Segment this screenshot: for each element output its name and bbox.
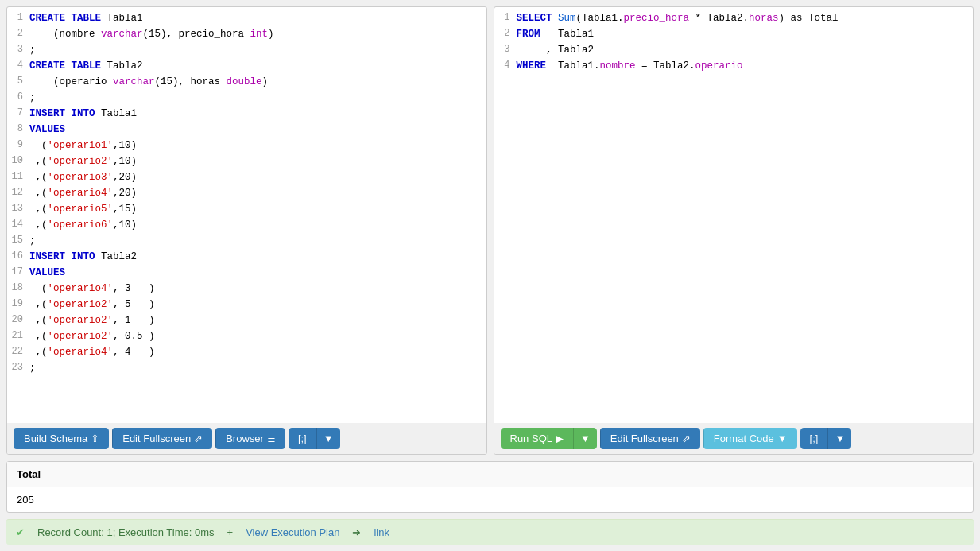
table-row: 13 ,('operario5',15)	[7, 201, 486, 217]
run-sql-button[interactable]: Run SQL ▶	[501, 428, 573, 449]
table-row: 17VALUES	[7, 265, 486, 281]
line-content: ,('operario6',10)	[29, 217, 486, 233]
table-row: 10 ,('operario2',10)	[7, 153, 486, 169]
line-content: , Tabla2	[517, 42, 974, 58]
table-row: 2FROM Tabla1	[494, 26, 974, 42]
line-number: 6	[7, 90, 29, 106]
line-number: 16	[7, 249, 29, 265]
line-number: 10	[7, 153, 29, 169]
table-row: 16INSERT INTO Tabla2	[7, 249, 486, 265]
line-content: ;	[29, 42, 486, 58]
upload-icon: ⇧	[91, 433, 99, 444]
line-content: ;	[29, 360, 486, 376]
line-number: 11	[7, 169, 29, 185]
link-link[interactable]: link	[374, 526, 389, 538]
record-count-text: Record Count: 1; Execution Time: 0ms	[37, 526, 215, 538]
line-content: INSERT INTO Tabla1	[29, 106, 486, 122]
table-row: 14 ,('operario6',10)	[7, 217, 486, 233]
semicolon-left-label: [;]	[298, 433, 307, 444]
table-row: 21 ,('operario2', 0.5 )	[7, 328, 486, 344]
line-content: ('operario1',10)	[29, 138, 486, 153]
line-content: ,('operario4',20)	[29, 185, 486, 201]
left-code-area[interactable]: 1CREATE TABLE Tabla12 (nombre varchar(15…	[7, 7, 486, 423]
right-toolbar: Run SQL ▶ ▼ Edit Fullscreen ⇗ Format Cod…	[494, 423, 974, 454]
line-number: 9	[7, 138, 29, 153]
table-row: 1SELECT Sum(Tabla1.precio_hora * Tabla2.…	[494, 10, 974, 26]
line-content: (operario varchar(15), horas double)	[29, 74, 486, 90]
line-content: ,('operario2', 0.5 )	[29, 328, 486, 344]
line-content: WHERE Tabla1.nombre = Tabla2.operario	[517, 58, 974, 74]
plus-icon: +	[227, 526, 234, 538]
line-number: 4	[7, 58, 29, 74]
results-body: 205	[7, 487, 973, 512]
status-bar: ✔ Record Count: 1; Execution Time: 0ms +…	[6, 519, 974, 545]
line-number: 23	[7, 360, 29, 376]
line-content: ;	[29, 233, 486, 249]
semicolon-right-dropdown[interactable]: ▼	[827, 428, 851, 449]
browser-label: Browser	[226, 433, 264, 444]
line-number: 1	[494, 10, 517, 26]
expand-icon: ⇗	[194, 433, 203, 444]
run-sql-dropdown[interactable]: ▼	[573, 428, 597, 449]
format-icon: ▼	[777, 433, 788, 444]
play-icon: ▶	[556, 433, 564, 444]
results-header: Total	[7, 462, 973, 487]
edit-fullscreen-left-button[interactable]: Edit Fullscreen ⇗	[112, 428, 212, 449]
editors-row: 1CREATE TABLE Tabla12 (nombre varchar(15…	[0, 0, 980, 461]
results-value: 205	[17, 494, 34, 506]
view-execution-plan-link[interactable]: View Execution Plan	[246, 526, 339, 538]
line-content: ,('operario2',10)	[29, 153, 486, 169]
table-row: 18 ('operario4', 3 )	[7, 281, 486, 297]
table-row: 4WHERE Tabla1.nombre = Tabla2.operario	[494, 58, 974, 74]
line-number: 20	[7, 312, 29, 328]
run-sql-label: Run SQL	[510, 433, 552, 444]
edit-fullscreen-right-button[interactable]: Edit Fullscreen ⇗	[600, 428, 700, 449]
table-row: 20 ,('operario2', 1 )	[7, 312, 486, 328]
line-content: (nombre varchar(15), precio_hora int)	[29, 26, 486, 42]
table-row: 19 ,('operario2', 5 )	[7, 297, 486, 312]
line-number: 2	[494, 26, 517, 42]
line-number: 3	[7, 42, 29, 58]
table-row: 5 (operario varchar(15), horas double)	[7, 74, 486, 90]
line-number: 12	[7, 185, 29, 201]
line-number: 14	[7, 217, 29, 233]
edit-fullscreen-left-group: Edit Fullscreen ⇗	[112, 428, 212, 449]
left-toolbar: Build Schema ⇧ Edit Fullscreen ⇗ Browser…	[7, 423, 486, 454]
table-row: 11 ,('operario3',20)	[7, 169, 486, 185]
browser-button[interactable]: Browser ≣	[215, 428, 285, 449]
table-row: 9 ('operario1',10)	[7, 138, 486, 153]
format-code-label: Format Code	[714, 433, 774, 444]
left-editor-panel: 1CREATE TABLE Tabla12 (nombre varchar(15…	[6, 6, 487, 455]
line-content: SELECT Sum(Tabla1.precio_hora * Tabla2.h…	[517, 10, 974, 26]
table-icon: ≣	[267, 433, 276, 444]
semicolon-right-label: [;]	[810, 433, 819, 444]
build-schema-label: Build Schema	[24, 433, 87, 444]
line-number: 19	[7, 297, 29, 312]
format-code-button[interactable]: Format Code ▼	[703, 428, 797, 449]
right-code-area[interactable]: 1SELECT Sum(Tabla1.precio_hora * Tabla2.…	[494, 7, 974, 423]
line-content: ,('operario4', 4 )	[29, 344, 486, 360]
results-panel: Total 205	[6, 461, 974, 513]
build-schema-button[interactable]: Build Schema ⇧	[14, 428, 109, 449]
line-content: VALUES	[29, 265, 486, 281]
semicolon-left-button[interactable]: [;]	[289, 428, 316, 449]
line-content: ,('operario3',20)	[29, 169, 486, 185]
table-row: 12 ,('operario4',20)	[7, 185, 486, 201]
expand-right-icon: ⇗	[682, 433, 691, 444]
semicolon-right-group: [;] ▼	[800, 428, 852, 449]
semicolon-left-dropdown[interactable]: ▼	[316, 428, 340, 449]
line-number: 15	[7, 233, 29, 249]
line-content: ,('operario2', 5 )	[29, 297, 486, 312]
table-row: 6;	[7, 90, 486, 106]
table-row: 4CREATE TABLE Tabla2	[7, 58, 486, 74]
edit-fullscreen-right-group: Edit Fullscreen ⇗	[600, 428, 700, 449]
semicolon-right-button[interactable]: [;]	[800, 428, 828, 449]
format-code-group: Format Code ▼	[703, 428, 797, 449]
main-container: 1CREATE TABLE Tabla12 (nombre varchar(15…	[0, 0, 980, 551]
arrow-icon: ➜	[352, 526, 361, 538]
edit-fullscreen-left-label: Edit Fullscreen	[122, 433, 191, 444]
build-schema-group: Build Schema ⇧	[14, 428, 109, 449]
table-row: 3;	[7, 42, 486, 58]
line-content: ;	[29, 90, 486, 106]
line-number: 1	[7, 10, 29, 26]
